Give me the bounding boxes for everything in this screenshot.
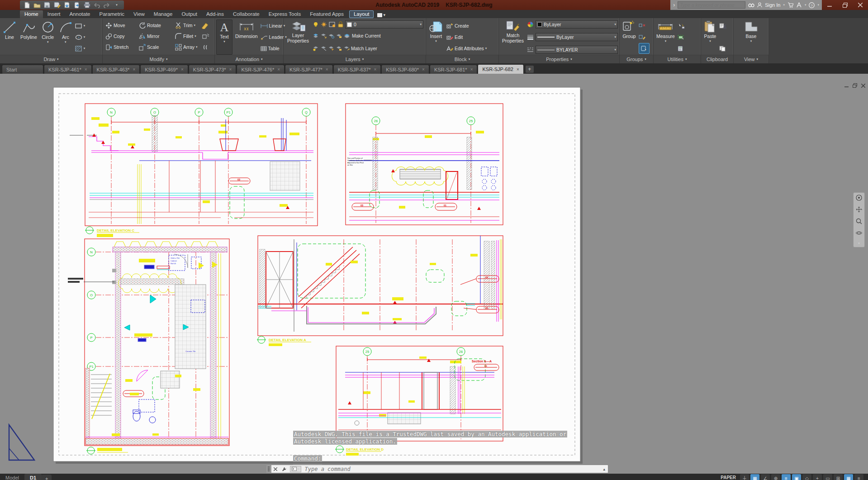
edit-block-button[interactable]: Edit — [446, 32, 487, 43]
tab-output[interactable]: Output — [177, 10, 202, 18]
move-button[interactable]: Move — [105, 20, 133, 31]
command-expand-icon[interactable]: ▴ — [603, 467, 608, 471]
file-tab[interactable]: KSR-SJP-461*× — [44, 65, 92, 74]
doc-restore-button[interactable] — [853, 81, 857, 90]
command-customize-wrench-icon[interactable] — [280, 467, 289, 471]
file-tab[interactable]: KSR-SJP-680*× — [381, 65, 429, 74]
insert-block-button[interactable]: Insert▾ — [427, 19, 445, 55]
close-icon[interactable]: × — [277, 67, 280, 72]
copy-button[interactable]: Copy — [105, 31, 133, 42]
full-nav-wheel-icon[interactable] — [856, 195, 862, 202]
layer-select-combo[interactable]: 0 ▾ — [345, 20, 423, 29]
close-icon[interactable]: × — [326, 67, 328, 72]
command-bar-grip[interactable] — [266, 465, 271, 473]
doc-minimize-button[interactable] — [844, 81, 849, 90]
help-chevron-icon[interactable]: ▾ — [817, 3, 819, 7]
snap-toggle[interactable]: ▦ — [750, 474, 759, 480]
file-tab-start[interactable]: Start — [2, 65, 43, 74]
text-button[interactable]: A Text▾ — [216, 19, 232, 55]
hatch-tool[interactable]: ▾ — [75, 43, 85, 54]
make-current-button[interactable]: Make Current — [313, 30, 423, 41]
file-tab[interactable]: KSR-SJP-463*× — [92, 65, 140, 74]
leader-tool[interactable]: Leader▾ — [261, 32, 287, 43]
paste-button[interactable]: Paste▾ — [702, 19, 718, 55]
match-layer-button[interactable]: Match Layer — [313, 43, 423, 54]
annotation-scale-toggle[interactable]: ▦ — [844, 474, 853, 480]
close-icon[interactable]: × — [374, 67, 376, 72]
panel-modify-footer[interactable]: Modify▾ — [103, 55, 214, 63]
tab-insert[interactable]: Insert — [43, 10, 65, 18]
erase-icon[interactable] — [201, 20, 209, 31]
file-tab[interactable]: KSR-SJP-476*× — [237, 65, 285, 74]
restore-button[interactable] — [837, 0, 853, 10]
app-store-cart-icon[interactable] — [787, 2, 793, 8]
panel-layers-footer[interactable]: Layers▾ — [284, 55, 426, 63]
group-selection-toggle[interactable] — [639, 43, 650, 54]
layer-viewport-icon[interactable] — [329, 21, 336, 28]
layer-lock-icon[interactable] — [338, 21, 343, 28]
group-edit-icon[interactable] — [639, 32, 650, 43]
doc-close-button[interactable] — [861, 81, 865, 90]
search-binoculars-icon[interactable] — [748, 3, 754, 8]
ellipse-tool[interactable]: ▾ — [75, 32, 85, 43]
grid-toggle[interactable]: ┼ — [740, 474, 749, 480]
customization-menu[interactable]: ≡ — [854, 474, 863, 480]
close-icon[interactable]: × — [422, 67, 425, 72]
quick-calc-icon[interactable] — [678, 43, 685, 54]
explode-icon[interactable] — [202, 31, 210, 42]
panel-utilities-footer[interactable]: Utilities▾ — [654, 55, 701, 63]
units-toggle[interactable]: ⊞ — [834, 474, 843, 480]
help-icon[interactable]: ? — [809, 2, 815, 8]
panel-view-footer[interactable]: View▾ — [734, 55, 768, 63]
autodesk-app-icon[interactable] — [796, 2, 802, 8]
sign-in-button[interactable]: Sign In — [765, 2, 780, 8]
lineweight-combo[interactable]: ByLayer ▾ — [536, 33, 618, 41]
tab-featured-apps[interactable]: Featured Apps — [305, 10, 348, 18]
line-button[interactable]: Line — [1, 19, 18, 55]
drawing-viewport[interactable]: N O P P1 Q 03 DETAIL ELEVATION C — [0, 74, 868, 474]
measure-button[interactable]: Measure▾ — [655, 19, 676, 55]
close-icon[interactable]: × — [181, 67, 184, 72]
array-button[interactable]: Array▾ — [175, 42, 198, 52]
rotate-button[interactable]: Rotate — [139, 20, 170, 31]
ribbon-display-toggle[interactable]: ▾ — [377, 13, 385, 18]
ungroup-icon[interactable] — [639, 20, 650, 31]
rectangle-tool[interactable]: ▾ — [75, 20, 85, 31]
close-icon[interactable]: × — [470, 67, 473, 72]
pan-icon[interactable] — [856, 206, 862, 214]
edit-attributes-button[interactable]: Edit Attributes▾ — [446, 43, 487, 54]
offset-icon[interactable] — [203, 42, 211, 52]
tab-annotate[interactable]: Annotate — [65, 10, 95, 18]
close-icon[interactable]: × — [517, 67, 519, 72]
orbit-icon[interactable] — [856, 230, 862, 238]
layer-thaw-icon[interactable] — [321, 21, 327, 28]
model-tab[interactable]: Model — [0, 474, 24, 480]
panel-annotation-footer[interactable]: Annotation▾ — [215, 55, 283, 63]
close-button[interactable] — [853, 0, 868, 10]
command-input[interactable] — [301, 466, 603, 472]
layout-d1-tab[interactable]: D1 — [24, 474, 42, 480]
panel-draw-footer[interactable]: Draw▾ — [0, 55, 102, 63]
sign-in-chevron-icon[interactable]: ▾ — [783, 3, 785, 7]
paper-space-indicator[interactable]: PAPER — [721, 474, 739, 480]
object-color-combo[interactable]: ByLayer ▾ — [536, 20, 618, 29]
ortho-toggle[interactable]: ∠ — [761, 474, 770, 480]
search-history-icon[interactable]: › — [673, 2, 675, 8]
file-tab[interactable]: KSR-SJP-637*× — [333, 65, 381, 74]
command-close-icon[interactable] — [271, 467, 280, 471]
panel-groups-footer[interactable]: Groups▾ — [620, 55, 653, 63]
layer-on-icon[interactable] — [313, 21, 319, 28]
file-tab[interactable]: KSR-SJP-473*× — [189, 65, 237, 74]
lineweight-toggle[interactable]: ◇ — [802, 474, 811, 480]
otrack-toggle[interactable]: ▣ — [792, 474, 801, 480]
app-chevron-icon[interactable]: ▾ — [805, 3, 806, 7]
tab-parametric[interactable]: Parametric — [95, 10, 129, 18]
tab-home[interactable]: Home — [20, 10, 43, 18]
osnap-toggle[interactable]: ≡ — [782, 474, 791, 480]
linetype-combo[interactable]: BYLAYER ▾ — [536, 46, 618, 54]
minimize-button[interactable] — [822, 0, 837, 10]
selection-cycling-toggle[interactable]: ▭ — [823, 474, 832, 480]
layout-paper[interactable]: N O P P1 Q 03 DETAIL ELEVATION C — [0, 74, 868, 474]
tab-view[interactable]: View — [129, 10, 149, 18]
tab-manage[interactable]: Manage — [149, 10, 177, 18]
